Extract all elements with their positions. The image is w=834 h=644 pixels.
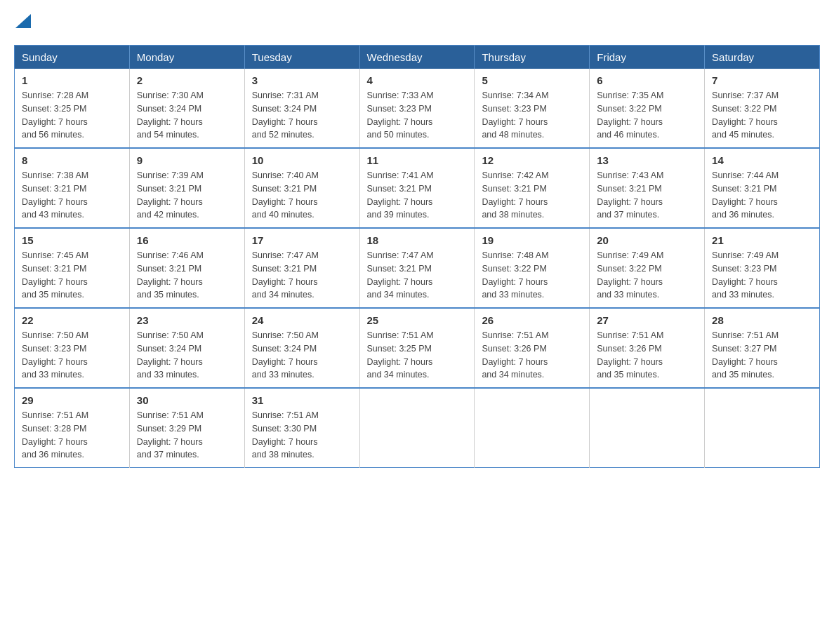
day-info: Sunrise: 7:35 AM Sunset: 3:22 PM Dayligh…	[597, 89, 697, 142]
day-number: 14	[712, 154, 812, 166]
calendar-cell: 1 Sunrise: 7:28 AM Sunset: 3:25 PM Dayli…	[15, 69, 130, 148]
calendar-cell: 21 Sunrise: 7:49 AM Sunset: 3:23 PM Dayl…	[705, 228, 820, 308]
day-number: 4	[367, 74, 468, 86]
calendar-cell: 4 Sunrise: 7:33 AM Sunset: 3:23 PM Dayli…	[359, 69, 475, 148]
day-number: 28	[712, 314, 812, 326]
calendar-cell: 18 Sunrise: 7:47 AM Sunset: 3:21 PM Dayl…	[359, 228, 475, 308]
calendar-cell: 14 Sunrise: 7:44 AM Sunset: 3:21 PM Dayl…	[705, 148, 820, 228]
day-number: 6	[597, 74, 697, 86]
calendar-cell: 27 Sunrise: 7:51 AM Sunset: 3:26 PM Dayl…	[590, 308, 705, 388]
day-info: Sunrise: 7:38 AM Sunset: 3:21 PM Dayligh…	[22, 169, 122, 222]
calendar-cell: 7 Sunrise: 7:37 AM Sunset: 3:22 PM Dayli…	[705, 69, 820, 148]
weekday-header-monday: Monday	[129, 46, 244, 69]
calendar-cell: 31 Sunrise: 7:51 AM Sunset: 3:30 PM Dayl…	[244, 388, 359, 468]
calendar-cell	[359, 388, 475, 468]
day-number: 30	[137, 394, 237, 406]
day-info: Sunrise: 7:51 AM Sunset: 3:29 PM Dayligh…	[137, 409, 237, 462]
calendar-cell: 9 Sunrise: 7:39 AM Sunset: 3:21 PM Dayli…	[129, 148, 244, 228]
weekday-header-saturday: Saturday	[705, 46, 820, 69]
calendar-cell: 15 Sunrise: 7:45 AM Sunset: 3:21 PM Dayl…	[15, 228, 130, 308]
day-info: Sunrise: 7:50 AM Sunset: 3:24 PM Dayligh…	[252, 329, 352, 382]
day-number: 23	[137, 314, 237, 326]
calendar-cell: 5 Sunrise: 7:34 AM Sunset: 3:23 PM Dayli…	[475, 69, 590, 148]
day-info: Sunrise: 7:43 AM Sunset: 3:21 PM Dayligh…	[597, 169, 697, 222]
day-number: 5	[482, 74, 582, 86]
day-info: Sunrise: 7:39 AM Sunset: 3:21 PM Dayligh…	[137, 169, 237, 222]
weekday-header-friday: Friday	[590, 46, 705, 69]
day-info: Sunrise: 7:51 AM Sunset: 3:26 PM Dayligh…	[482, 329, 582, 382]
day-number: 9	[137, 154, 237, 166]
calendar-cell: 19 Sunrise: 7:48 AM Sunset: 3:22 PM Dayl…	[475, 228, 590, 308]
day-number: 24	[252, 314, 352, 326]
calendar-header: SundayMondayTuesdayWednesdayThursdayFrid…	[15, 46, 820, 69]
day-number: 26	[482, 314, 582, 326]
calendar-cell: 25 Sunrise: 7:51 AM Sunset: 3:25 PM Dayl…	[359, 308, 475, 388]
weekday-header-wednesday: Wednesday	[359, 46, 475, 69]
weekday-header-tuesday: Tuesday	[244, 46, 359, 69]
calendar-cell: 13 Sunrise: 7:43 AM Sunset: 3:21 PM Dayl…	[590, 148, 705, 228]
day-number: 10	[252, 154, 352, 166]
day-number: 18	[367, 234, 468, 246]
calendar-cell: 8 Sunrise: 7:38 AM Sunset: 3:21 PM Dayli…	[15, 148, 130, 228]
day-info: Sunrise: 7:51 AM Sunset: 3:26 PM Dayligh…	[597, 329, 697, 382]
day-number: 21	[712, 234, 812, 246]
day-number: 16	[137, 234, 237, 246]
logo	[14, 14, 31, 31]
weekday-header-thursday: Thursday	[475, 46, 590, 69]
day-info: Sunrise: 7:51 AM Sunset: 3:27 PM Dayligh…	[712, 329, 812, 382]
calendar-cell: 20 Sunrise: 7:49 AM Sunset: 3:22 PM Dayl…	[590, 228, 705, 308]
day-number: 20	[597, 234, 697, 246]
calendar-week-row: 15 Sunrise: 7:45 AM Sunset: 3:21 PM Dayl…	[15, 228, 820, 308]
day-info: Sunrise: 7:51 AM Sunset: 3:25 PM Dayligh…	[367, 329, 468, 382]
day-number: 8	[22, 154, 122, 166]
calendar-cell: 12 Sunrise: 7:42 AM Sunset: 3:21 PM Dayl…	[475, 148, 590, 228]
day-number: 15	[22, 234, 122, 246]
calendar-week-row: 8 Sunrise: 7:38 AM Sunset: 3:21 PM Dayli…	[15, 148, 820, 228]
day-info: Sunrise: 7:31 AM Sunset: 3:24 PM Dayligh…	[252, 89, 352, 142]
day-number: 12	[482, 154, 582, 166]
day-info: Sunrise: 7:37 AM Sunset: 3:22 PM Dayligh…	[712, 89, 812, 142]
calendar-week-row: 22 Sunrise: 7:50 AM Sunset: 3:23 PM Dayl…	[15, 308, 820, 388]
day-number: 13	[597, 154, 697, 166]
day-info: Sunrise: 7:46 AM Sunset: 3:21 PM Dayligh…	[137, 249, 237, 302]
calendar-cell: 2 Sunrise: 7:30 AM Sunset: 3:24 PM Dayli…	[129, 69, 244, 148]
day-info: Sunrise: 7:50 AM Sunset: 3:23 PM Dayligh…	[22, 329, 122, 382]
day-number: 31	[252, 394, 352, 406]
day-number: 7	[712, 74, 812, 86]
calendar-cell	[590, 388, 705, 468]
calendar-cell: 24 Sunrise: 7:50 AM Sunset: 3:24 PM Dayl…	[244, 308, 359, 388]
day-info: Sunrise: 7:47 AM Sunset: 3:21 PM Dayligh…	[252, 249, 352, 302]
calendar-cell	[475, 388, 590, 468]
day-info: Sunrise: 7:41 AM Sunset: 3:21 PM Dayligh…	[367, 169, 468, 222]
day-number: 2	[137, 74, 237, 86]
calendar-week-row: 1 Sunrise: 7:28 AM Sunset: 3:25 PM Dayli…	[15, 69, 820, 148]
day-info: Sunrise: 7:51 AM Sunset: 3:28 PM Dayligh…	[22, 409, 122, 462]
weekday-header-row: SundayMondayTuesdayWednesdayThursdayFrid…	[15, 46, 820, 69]
day-info: Sunrise: 7:42 AM Sunset: 3:21 PM Dayligh…	[482, 169, 582, 222]
day-info: Sunrise: 7:40 AM Sunset: 3:21 PM Dayligh…	[252, 169, 352, 222]
calendar-cell: 29 Sunrise: 7:51 AM Sunset: 3:28 PM Dayl…	[15, 388, 130, 468]
day-number: 29	[22, 394, 122, 406]
day-info: Sunrise: 7:50 AM Sunset: 3:24 PM Dayligh…	[137, 329, 237, 382]
day-info: Sunrise: 7:28 AM Sunset: 3:25 PM Dayligh…	[22, 89, 122, 142]
logo-triangle-icon	[15, 14, 31, 31]
day-number: 19	[482, 234, 582, 246]
day-number: 25	[367, 314, 468, 326]
calendar-cell: 6 Sunrise: 7:35 AM Sunset: 3:22 PM Dayli…	[590, 69, 705, 148]
weekday-header-sunday: Sunday	[15, 46, 130, 69]
calendar-table: SundayMondayTuesdayWednesdayThursdayFrid…	[14, 45, 820, 468]
day-info: Sunrise: 7:33 AM Sunset: 3:23 PM Dayligh…	[367, 89, 468, 142]
calendar-cell: 30 Sunrise: 7:51 AM Sunset: 3:29 PM Dayl…	[129, 388, 244, 468]
svg-marker-0	[15, 14, 31, 28]
day-info: Sunrise: 7:34 AM Sunset: 3:23 PM Dayligh…	[482, 89, 582, 142]
day-info: Sunrise: 7:44 AM Sunset: 3:21 PM Dayligh…	[712, 169, 812, 222]
calendar-body: 1 Sunrise: 7:28 AM Sunset: 3:25 PM Dayli…	[15, 69, 820, 468]
day-info: Sunrise: 7:47 AM Sunset: 3:21 PM Dayligh…	[367, 249, 468, 302]
day-info: Sunrise: 7:45 AM Sunset: 3:21 PM Dayligh…	[22, 249, 122, 302]
day-number: 22	[22, 314, 122, 326]
day-info: Sunrise: 7:30 AM Sunset: 3:24 PM Dayligh…	[137, 89, 237, 142]
calendar-cell: 17 Sunrise: 7:47 AM Sunset: 3:21 PM Dayl…	[244, 228, 359, 308]
day-info: Sunrise: 7:48 AM Sunset: 3:22 PM Dayligh…	[482, 249, 582, 302]
calendar-cell: 3 Sunrise: 7:31 AM Sunset: 3:24 PM Dayli…	[244, 69, 359, 148]
day-number: 3	[252, 74, 352, 86]
